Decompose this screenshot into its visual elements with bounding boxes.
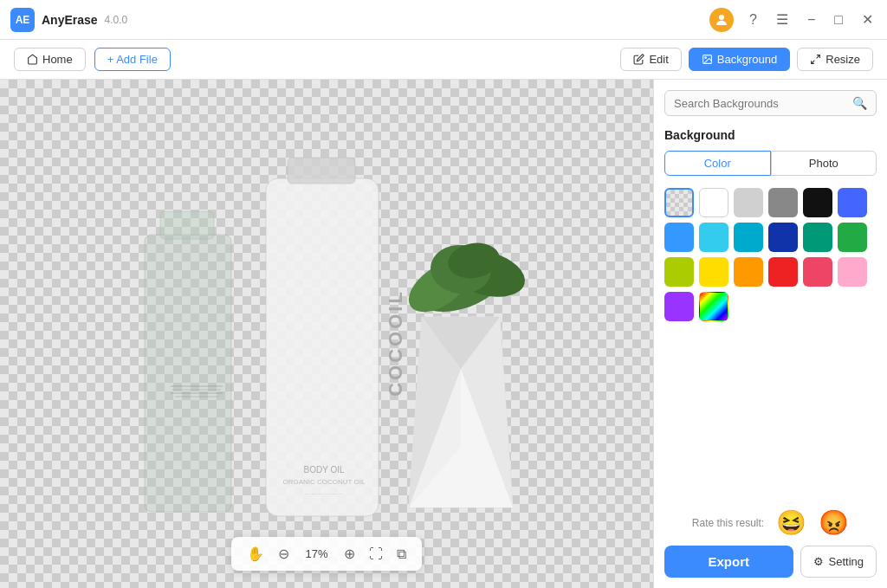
svg-text:COCOOIL: COCOOIL (385, 289, 406, 397)
canvas-content: COCOOIL BODY OIL ORGANIC COCONUT OIL — —… (101, 135, 552, 533)
bottom-toolbar: ✋ ⊖ 17% ⊕ ⛶ ⧉ (231, 537, 422, 571)
minimize-button[interactable]: − (804, 10, 819, 29)
search-input[interactable] (674, 97, 852, 110)
gear-icon: ⚙ (813, 555, 824, 568)
setting-button[interactable]: ⚙ Setting (800, 546, 877, 578)
edit-button[interactable]: Edit (620, 48, 681, 71)
svg-text:ORGANIC COCONUT OIL: ORGANIC COCONUT OIL (283, 478, 366, 486)
main: COCOOIL BODY OIL ORGANIC COCONUT OIL — —… (0, 80, 887, 588)
tab-color-label: Color (704, 157, 731, 170)
titlebar-right: ? ☰ − □ ✕ (709, 8, 877, 32)
color-swatch-pink[interactable] (803, 257, 832, 287)
app-logo: AE (10, 8, 35, 32)
resize-label: Resize (825, 53, 860, 66)
tab-photo-label: Photo (809, 157, 838, 170)
add-file-label: + Add File (107, 53, 158, 66)
color-swatch-teal[interactable] (734, 223, 763, 252)
color-swatch-sky-blue[interactable] (699, 223, 728, 252)
app-version: 4.0.0 (105, 14, 128, 26)
product-image: COCOOIL BODY OIL ORGANIC COCONUT OIL — —… (101, 135, 552, 533)
rating-row: Rate this result: 😆 😡 (664, 508, 877, 537)
background-button[interactable]: Background (689, 48, 790, 71)
split-view-button[interactable]: ⧉ (395, 545, 408, 564)
setting-label: Setting (829, 555, 864, 568)
color-swatch-dark-teal[interactable] (803, 223, 832, 252)
color-swatch-gray[interactable] (768, 188, 798, 217)
resize-button[interactable]: Resize (797, 48, 873, 71)
toolbar: Home + Add File Edit Background Resize (0, 40, 887, 80)
search-icon: 🔍 (852, 96, 867, 110)
color-swatch-green[interactable] (838, 223, 867, 252)
rating-label: Rate this result: (692, 517, 764, 529)
tab-row: Color Photo (664, 151, 877, 176)
maximize-button[interactable]: □ (831, 10, 846, 29)
svg-point-0 (719, 15, 724, 20)
zoom-in-button[interactable]: ⊕ (342, 544, 357, 564)
logo-text: AE (16, 14, 30, 26)
color-grid (664, 188, 877, 321)
svg-text:BODY OIL: BODY OIL (303, 465, 344, 475)
right-panel: 🔍 Background Color Photo Rate this resul… (653, 80, 887, 588)
svg-rect-3 (145, 235, 231, 512)
color-swatch-transparent[interactable] (664, 188, 694, 217)
add-file-button[interactable]: + Add File (94, 48, 171, 71)
background-label: Background (717, 53, 777, 66)
color-swatch-orange[interactable] (734, 257, 763, 287)
color-swatch-red[interactable] (768, 257, 798, 287)
color-swatch-gradient[interactable] (699, 292, 728, 321)
angry-rating-button[interactable]: 😡 (819, 508, 849, 537)
toolbar-left: Home + Add File (14, 48, 171, 71)
color-swatch-yellow-green[interactable] (664, 257, 694, 287)
toolbar-right: Edit Background Resize (620, 48, 873, 71)
bg-section-title: Background (664, 128, 877, 142)
search-box[interactable]: 🔍 (664, 90, 877, 116)
close-button[interactable]: ✕ (858, 10, 877, 29)
pan-tool-button[interactable]: ✋ (245, 544, 266, 564)
fullscreen-button[interactable]: ⛶ (367, 545, 385, 564)
zoom-out-button[interactable]: ⊖ (276, 544, 291, 564)
color-swatch-navy[interactable] (768, 223, 798, 252)
color-swatch-black[interactable] (803, 188, 832, 217)
menu-button[interactable]: ☰ (773, 10, 792, 29)
export-row: Export ⚙ Setting (664, 546, 877, 578)
happy-rating-button[interactable]: 😆 (776, 508, 806, 537)
svg-point-2 (705, 57, 707, 59)
app-title: AnyErase (42, 13, 98, 27)
color-swatch-light-gray[interactable] (734, 188, 763, 217)
export-button[interactable]: Export (664, 546, 793, 578)
titlebar-left: AE AnyErase 4.0.0 (10, 8, 127, 32)
titlebar: AE AnyErase 4.0.0 ? ☰ − □ ✕ (0, 0, 887, 40)
edit-label: Edit (649, 53, 668, 66)
tab-color[interactable]: Color (664, 151, 771, 176)
color-swatch-white[interactable] (699, 188, 728, 217)
home-button[interactable]: Home (14, 48, 86, 71)
color-swatch-yellow[interactable] (699, 257, 728, 287)
tab-photo[interactable]: Photo (771, 151, 877, 176)
svg-text:— — — — — —: — — — — — — (305, 491, 343, 496)
svg-rect-10 (288, 158, 355, 184)
color-swatch-blue-dark[interactable] (838, 188, 867, 217)
canvas-area[interactable]: COCOOIL BODY OIL ORGANIC COCONUT OIL — —… (0, 80, 653, 588)
help-button[interactable]: ? (746, 10, 761, 29)
profile-icon[interactable] (709, 8, 734, 32)
color-swatch-light-pink[interactable] (838, 257, 867, 287)
zoom-level: 17% (301, 547, 332, 560)
color-swatch-blue[interactable] (664, 223, 694, 252)
svg-rect-4 (160, 211, 214, 239)
home-label: Home (42, 53, 73, 66)
color-swatch-purple[interactable] (664, 292, 694, 321)
